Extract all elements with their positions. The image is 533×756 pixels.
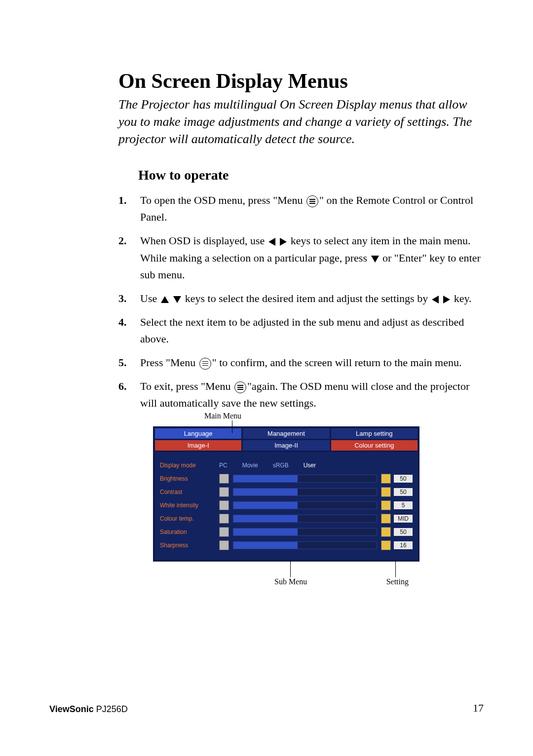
osd-row-white-intensity: White intensity 5	[160, 499, 413, 511]
section-heading: How to operate	[138, 167, 484, 183]
value-box: 5	[394, 501, 413, 509]
step-number: 6.	[118, 378, 127, 395]
sub-menu-label: Sub Menu	[274, 577, 307, 586]
osd-row-label: Contrast	[160, 489, 219, 495]
step-number: 2.	[118, 232, 127, 249]
osd-body: Display mode PC Movie sRGB User Brightne…	[155, 452, 418, 560]
brightness-icon	[381, 474, 391, 484]
osd-row-label: Display mode	[160, 462, 219, 469]
callout-line	[232, 420, 232, 433]
mode-pc: PC	[219, 462, 228, 469]
osd-row-saturation: Saturation 50	[160, 526, 413, 538]
step-2: 2. When OSD is displayed, use keys to se…	[118, 232, 484, 283]
step-3: 3. Use keys to select the desired item a…	[118, 290, 484, 307]
triangle-down-icon	[371, 256, 379, 263]
osd-tab-image1: Image-I	[155, 440, 241, 451]
triangle-up-icon	[161, 296, 169, 303]
colour-temp-icon	[219, 514, 229, 524]
slider	[233, 488, 377, 496]
step-text: key.	[454, 292, 472, 304]
osd-panel: Language Management Lamp setting Image-I…	[153, 426, 419, 562]
step-text: keys to select the desired item and adju…	[185, 292, 431, 304]
osd-row-sharpness: Sharpness 16	[160, 539, 413, 551]
step-6: 6. To exit, press "Menu "again. The OSD …	[118, 378, 484, 412]
osd-illustration: Main Menu Language Management Lamp setti…	[153, 426, 419, 562]
osd-tab-image2: Image-II	[243, 440, 329, 451]
step-number: 5.	[118, 354, 127, 371]
step-1: 1. To open the OSD menu, press "Menu " o…	[118, 192, 484, 226]
slider	[233, 541, 377, 549]
footer-brand: ViewSonic PJ256D	[49, 704, 128, 715]
step-number: 4.	[118, 314, 127, 331]
osd-tab-lamp-setting: Lamp setting	[331, 428, 418, 439]
step-number: 1.	[118, 192, 127, 209]
saturation-icon	[381, 527, 391, 537]
value-box: 50	[394, 528, 413, 536]
white-intensity-icon	[381, 500, 391, 510]
osd-tab-colour-setting: Colour setting	[331, 440, 418, 451]
osd-row-label: Brightness	[160, 475, 219, 482]
triangle-left-icon	[268, 238, 275, 246]
menu-icon	[306, 195, 318, 207]
step-text: Press "Menu	[140, 356, 198, 369]
model-name: PJ256D	[94, 704, 128, 714]
contrast-icon	[219, 487, 229, 497]
osd-tabs-row1: Language Management Lamp setting	[155, 428, 418, 439]
osd-row-colour-temp: Colour temp. MID	[160, 513, 413, 525]
slider	[233, 528, 377, 536]
menu-icon	[234, 381, 246, 393]
step-number: 3.	[118, 290, 127, 307]
saturation-icon	[219, 527, 229, 537]
page-title: On Screen Display Menus	[118, 69, 484, 93]
osd-row-label: Sharpness	[160, 542, 219, 549]
osd-tab-language: Language	[155, 428, 241, 439]
mode-user: User	[304, 462, 316, 469]
callout-line	[395, 561, 396, 577]
value-box: MID	[394, 515, 413, 523]
value-box: 50	[394, 475, 413, 483]
colour-temp-icon	[381, 514, 391, 524]
triangle-down-icon	[173, 296, 181, 303]
slider	[233, 515, 377, 523]
triangle-left-icon	[432, 296, 439, 303]
step-text: When OSD is displayed, use	[140, 234, 267, 247]
setting-label: Setting	[386, 577, 409, 586]
value-box: 16	[394, 541, 413, 549]
steps-list: 1. To open the OSD menu, press "Menu " o…	[118, 192, 484, 412]
step-text: To open the OSD menu, press "Menu	[140, 194, 305, 206]
mode-movie: Movie	[242, 462, 258, 469]
osd-tabs-row2: Image-I Image-II Colour setting	[155, 440, 418, 451]
osd-row-label: White intensity	[160, 502, 219, 509]
osd-row-label: Saturation	[160, 529, 219, 535]
white-intensity-icon	[219, 500, 229, 510]
triangle-right-icon	[443, 296, 450, 303]
sharpness-icon	[219, 540, 229, 550]
step-text: " to confirm, and the screen will return…	[212, 356, 462, 369]
brightness-icon	[219, 474, 229, 484]
osd-row-label: Colour temp.	[160, 515, 219, 522]
osd-row-contrast: Contrast 50	[160, 486, 413, 498]
osd-row-brightness: Brightness 50	[160, 473, 413, 485]
contrast-icon	[381, 487, 391, 497]
menu-icon	[199, 358, 211, 370]
osd-tab-management: Management	[243, 428, 329, 439]
brand-name: ViewSonic	[49, 704, 94, 714]
display-mode-options: PC Movie sRGB User	[219, 462, 413, 469]
page-number: 17	[473, 702, 484, 715]
slider	[233, 475, 377, 483]
step-text: Use	[140, 292, 160, 304]
triangle-right-icon	[280, 238, 287, 246]
osd-row-display-mode: Display mode PC Movie sRGB User	[160, 459, 413, 471]
step-4: 4. Select the next item to be adjusted i…	[118, 314, 484, 347]
callout-line	[290, 561, 291, 577]
step-5: 5. Press "Menu " to confirm, and the scr…	[118, 354, 484, 371]
sharpness-icon	[381, 540, 391, 550]
intro-text: The Projector has multilingual On Screen…	[118, 96, 484, 148]
step-text: Select the next item to be adjusted in t…	[140, 316, 464, 345]
slider	[233, 501, 377, 509]
value-box: 50	[394, 488, 413, 496]
step-text: To exit, press "Menu	[140, 380, 233, 392]
main-menu-label: Main Menu	[204, 412, 241, 420]
mode-srgb: sRGB	[273, 462, 289, 469]
